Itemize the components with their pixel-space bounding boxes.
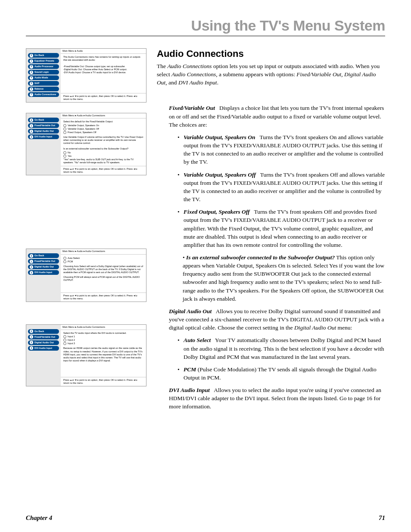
- list-item: Fixed Output, Speakers Off Turns the TV'…: [177, 208, 385, 249]
- menu-item[interactable]: 4Audio Mode: [28, 75, 59, 80]
- menu-nav: 0Go Back 1Fixed/Variable Out 2Digital Au…: [26, 249, 61, 301]
- chapter-label: Chapter 4: [26, 514, 52, 522]
- menu-item[interactable]: 0Go Back: [28, 53, 59, 58]
- radio-option[interactable]: PCM: [63, 260, 143, 263]
- intro-paragraph: The Audio Connections option lets you se…: [157, 62, 385, 87]
- radio-option[interactable]: No: [63, 151, 143, 154]
- menu-screenshot-digital-audio: 0Go Back 1Fixed/Variable Out 2Digital Au…: [26, 249, 146, 302]
- menu-screenshot-fixed-variable: 0Go Back 1Fixed/Variable Out 2Digital Au…: [26, 113, 146, 175]
- menu-item[interactable]: 3DVI Audio Input: [28, 270, 59, 275]
- menu-item[interactable]: 2Digital Audio Out: [28, 264, 59, 269]
- page-title: Using the TV's Menu System: [26, 17, 385, 34]
- page: Using the TV's Menu System 0Go Back 1Equ…: [0, 0, 411, 428]
- two-column-layout: 0Go Back 1Equalizer Presets 2Audio Proce…: [26, 48, 385, 415]
- radio-option[interactable]: Input 1: [63, 335, 143, 338]
- menu-item[interactable]: 2Digital Audio Out: [28, 129, 59, 134]
- menu-body: Select the default for the Fixed/Variabl…: [61, 118, 146, 166]
- menu-item[interactable]: 3DVI Audio Input: [28, 134, 59, 139]
- right-column: Audio Connections The Audio Connections …: [157, 48, 385, 415]
- radio-option[interactable]: Variable Output, Speakers Off: [63, 128, 143, 131]
- menu-body: Auto Select PCM Choosing Auto Select wil…: [61, 255, 146, 292]
- fvo-paragraph: Fixed/Variable Out Displays a choice lis…: [169, 104, 385, 128]
- menu-item[interactable]: 1Fixed/Variable Out: [28, 123, 59, 128]
- list-item: • Is an external subwoofer connected to …: [177, 253, 385, 303]
- page-footer: Chapter 4 71: [26, 514, 385, 522]
- list-item: Auto Select Your TV automatically choose…: [177, 336, 385, 361]
- dvi-paragraph: DVI Audio Input Allows you to select the…: [169, 386, 385, 411]
- dao-paragraph: Digital Audio Out Allows you to receive …: [169, 307, 385, 332]
- radio-option[interactable]: Yes: [63, 155, 143, 158]
- radio-option[interactable]: Fixed Output, Speakers Off: [63, 131, 143, 134]
- section-heading: Audio Connections: [157, 48, 385, 59]
- menu-body: Select the TV audio input where the DVI …: [61, 330, 146, 377]
- menu-footer: Press ▴ or ▾ to point to an option, then…: [61, 166, 146, 175]
- list-item: Variable Output, Speakers Off Turns the …: [177, 171, 385, 204]
- breadcrumb: Main Menu ▸ Audio ▸ Audio Connections: [61, 113, 146, 118]
- menu-footer: Press ▴ or ▾ to point to an option, then…: [61, 377, 146, 386]
- radio-option[interactable]: Variable Output, Speakers On: [63, 124, 143, 127]
- menu-item[interactable]: 5SAP: [28, 81, 59, 86]
- menu-screenshot-dvi-audio: 0Go Back 1Fixed/Variable Out 2Digital Au…: [26, 324, 146, 387]
- menu-item[interactable]: 7Audio Connections: [28, 92, 59, 97]
- breadcrumb: Main Menu ▸ Audio ▸ Audio Connections: [61, 325, 146, 330]
- list-item: Variable Output, Speakers On Turns the T…: [177, 133, 385, 166]
- menu-footer: Press ▴ or ▾ to point to an option, then…: [61, 93, 146, 102]
- menu-item[interactable]: 0Go Back: [28, 329, 59, 334]
- menu-item[interactable]: 3Sound Logic: [28, 70, 59, 75]
- list-item: PCM (Pulse Code Modulation) The TV sends…: [177, 365, 385, 382]
- breadcrumb: Main Menu ▸ Audio ▸ Audio Connections: [61, 249, 146, 254]
- menu-nav: 0Go Back 1Fixed/Variable Out 2Digital Au…: [26, 325, 61, 386]
- page-number: 71: [379, 514, 385, 522]
- menu-item[interactable]: 3DVI Audio Input: [28, 346, 59, 351]
- menu-screenshot-audio: 0Go Back 1Equalizer Presets 2Audio Proce…: [26, 48, 146, 103]
- menu-item[interactable]: 1Equalizer Presets: [28, 59, 59, 63]
- menu-item[interactable]: 6Balance: [28, 87, 59, 91]
- left-column: 0Go Back 1Equalizer Presets 2Audio Proce…: [26, 48, 146, 415]
- menu-item[interactable]: 1Fixed/Variable Out: [28, 335, 59, 339]
- menu-item[interactable]: 2Audio Processor: [28, 64, 59, 69]
- menu-item[interactable]: 0Go Back: [28, 118, 59, 122]
- menu-footer: Press ▴ or ▾ to point to an option, then…: [61, 292, 146, 302]
- radio-option[interactable]: Input 2: [63, 339, 143, 342]
- menu-item[interactable]: 2Digital Audio Out: [28, 340, 59, 345]
- title-rule: [26, 36, 385, 36]
- menu-item[interactable]: 0Go Back: [28, 253, 59, 258]
- menu-nav: 0Go Back 1Equalizer Presets 2Audio Proce…: [26, 49, 61, 102]
- menu-body: The Audio Connections menu has screens f…: [61, 54, 146, 93]
- menu-nav: 0Go Back 1Fixed/Variable Out 2Digital Au…: [26, 113, 61, 175]
- radio-option[interactable]: Auto Select: [63, 257, 143, 260]
- radio-option[interactable]: Input 3: [63, 342, 143, 345]
- menu-item[interactable]: 1Fixed/Variable Out: [28, 259, 59, 264]
- breadcrumb: Main Menu ▸ Audio: [61, 49, 146, 54]
